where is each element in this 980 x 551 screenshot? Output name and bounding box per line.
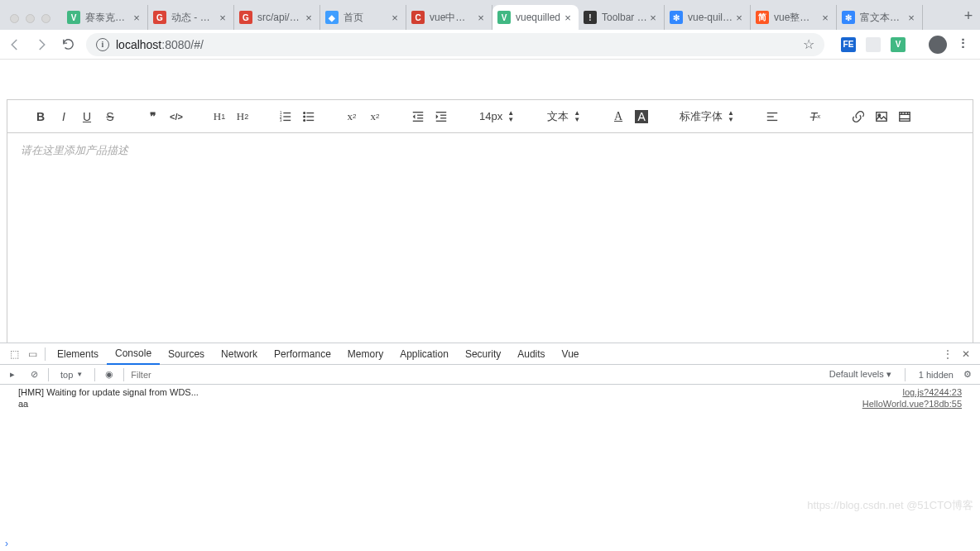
log-levels-selector[interactable]: Default levels ▾	[829, 369, 891, 380]
tab-title: 首页	[343, 11, 389, 25]
tab-close-icon[interactable]: ×	[389, 12, 401, 24]
favicon: !	[584, 11, 597, 24]
url-text: localhost:8080/#/	[116, 38, 796, 51]
bookmark-star-icon[interactable]: ☆	[803, 36, 814, 52]
favicon: G	[153, 11, 166, 24]
blockquote-button[interactable]: ❞	[143, 107, 163, 127]
reload-button[interactable]	[60, 36, 76, 53]
browser-tab[interactable]: ✻vue-quill-e×	[665, 5, 751, 30]
back-button[interactable]	[7, 36, 23, 53]
clean-button[interactable]: Tx	[805, 107, 825, 127]
devtools-tab-audits[interactable]: Audits	[509, 343, 553, 365]
extension-icon[interactable]: V	[891, 37, 906, 52]
h2-button[interactable]: H2	[233, 107, 252, 127]
video-button[interactable]	[895, 107, 915, 127]
browser-tab[interactable]: G动态 - 柴志×	[148, 5, 234, 30]
console-toggle-icon[interactable]: ▸	[5, 369, 20, 380]
tab-close-icon[interactable]: ×	[906, 12, 917, 24]
device-toggle-icon[interactable]: ▭	[23, 348, 41, 360]
devtools-tab-security[interactable]: Security	[457, 343, 509, 365]
font-size-picker[interactable]: 14px▲▼	[474, 110, 519, 123]
favicon: ◆	[325, 11, 339, 24]
tab-close-icon[interactable]: ×	[131, 12, 142, 24]
console-settings-icon[interactable]: ⚙	[960, 369, 975, 380]
editor-content[interactable]: 请在这里添加产品描述	[7, 133, 973, 347]
console-prompt[interactable]: ›	[0, 536, 980, 551]
profile-avatar[interactable]	[929, 36, 947, 54]
browser-tab[interactable]: Vvuequilled×	[492, 5, 579, 30]
tab-close-icon[interactable]: ×	[733, 12, 745, 24]
svg-point-11	[304, 119, 305, 121]
window-controls	[10, 14, 50, 23]
console-log-row: [HMR] Waiting for update signal from WDS…	[0, 386, 980, 398]
devtools-tab-memory[interactable]: Memory	[339, 343, 392, 365]
quill-editor: B I U S ❞ </> H1 H2 123 x2 x2	[7, 99, 973, 347]
devtools-more-icon[interactable]: ⋮	[939, 348, 957, 360]
log-source-link[interactable]: HelloWorld.vue?18db:55	[862, 399, 962, 409]
extensions-area: FEV	[834, 37, 912, 52]
indent-button[interactable]	[431, 107, 451, 127]
console-log-area: [HMR] Waiting for update signal from WDS…	[0, 385, 980, 536]
tab-close-icon[interactable]: ×	[819, 12, 831, 24]
ordered-list-button[interactable]: 123	[276, 107, 295, 127]
link-button[interactable]	[848, 107, 868, 127]
tab-close-icon[interactable]: ×	[303, 12, 315, 24]
extension-icon[interactable]	[866, 37, 881, 52]
site-info-icon[interactable]: i	[96, 38, 109, 51]
devtools-tab-network[interactable]: Network	[213, 343, 266, 365]
bold-button[interactable]: B	[31, 107, 50, 127]
devtools-tab-performance[interactable]: Performance	[266, 343, 339, 365]
header-picker[interactable]: 文本▲▼	[542, 109, 585, 124]
devtools-tab-console[interactable]: Console	[107, 343, 160, 365]
devtools-tabs: ⬚ ▭ ElementsConsoleSourcesNetworkPerform…	[0, 343, 980, 365]
browser-tab[interactable]: ✻富文本编辑×	[837, 5, 923, 30]
font-family-picker[interactable]: 标准字体▲▼	[675, 109, 739, 124]
browser-tab[interactable]: !Toolbar Mo×	[579, 5, 665, 30]
tab-close-icon[interactable]: ×	[217, 12, 228, 24]
console-filter-input[interactable]	[131, 370, 280, 380]
traffic-close[interactable]	[10, 14, 19, 23]
align-button[interactable]	[762, 107, 782, 127]
clear-console-icon[interactable]: ⊘	[26, 369, 41, 380]
superscript-button[interactable]: x2	[365, 107, 385, 127]
outdent-button[interactable]	[408, 107, 428, 127]
chrome-menu-button[interactable]: ⠇	[957, 36, 973, 53]
tab-title: vuequilled	[516, 12, 562, 23]
italic-button[interactable]: I	[54, 107, 74, 127]
bg-color-button[interactable]: A	[632, 107, 651, 127]
browser-tab[interactable]: ◆首页×	[320, 5, 406, 30]
traffic-max[interactable]	[41, 14, 50, 23]
forward-button[interactable]	[33, 36, 50, 53]
devtools-tab-elements[interactable]: Elements	[49, 343, 107, 365]
devtools-tab-sources[interactable]: Sources	[160, 343, 213, 365]
tab-close-icon[interactable]: ×	[647, 12, 659, 24]
text-color-button[interactable]: A	[608, 107, 628, 127]
browser-tab[interactable]: V赛泰克生物×	[62, 5, 148, 30]
tab-close-icon[interactable]: ×	[562, 12, 574, 24]
strike-button[interactable]: S	[100, 107, 120, 127]
image-button[interactable]	[872, 107, 891, 127]
subscript-button[interactable]: x2	[342, 107, 362, 127]
browser-tab[interactable]: 简vue整合qu×	[751, 5, 837, 30]
context-selector[interactable]: top ▼	[55, 370, 88, 380]
devtools-tab-application[interactable]: Application	[392, 343, 457, 365]
favicon: V	[67, 11, 80, 24]
new-tab-button[interactable]: +	[957, 7, 980, 30]
h1-button[interactable]: H1	[209, 107, 229, 127]
log-source-link[interactable]: log.js?4244:23	[902, 387, 962, 397]
tab-close-icon[interactable]: ×	[475, 12, 487, 24]
omnibox[interactable]: i localhost:8080/#/ ☆	[86, 33, 824, 56]
inspect-icon[interactable]: ⬚	[5, 348, 23, 360]
tab-title: vue中使用v	[430, 11, 475, 25]
browser-tab[interactable]: Cvue中使用v×	[406, 5, 492, 30]
traffic-min[interactable]	[26, 14, 35, 23]
underline-button[interactable]: U	[77, 107, 97, 127]
extension-icon[interactable]: FE	[841, 37, 856, 52]
log-message: [HMR] Waiting for update signal from WDS…	[18, 387, 902, 397]
devtools-close-icon[interactable]: ✕	[957, 348, 975, 360]
live-expression-icon[interactable]: ◉	[102, 369, 117, 380]
bullet-list-button[interactable]	[299, 107, 319, 127]
devtools-tab-vue[interactable]: Vue	[554, 343, 588, 365]
browser-tab[interactable]: Gsrc/api/bas×	[234, 5, 320, 30]
code-block-button[interactable]: </>	[166, 107, 186, 127]
